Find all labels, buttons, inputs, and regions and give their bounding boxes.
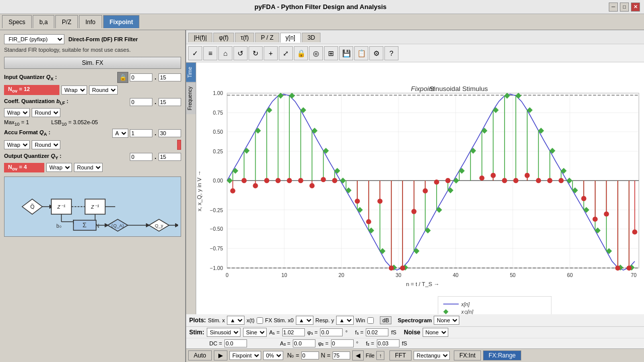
vertical-tabs: Time Frequency <box>186 62 196 314</box>
toolbar-save-btn[interactable]: 💾 <box>339 46 353 60</box>
input-q-overflow[interactable]: WrapSat <box>61 85 87 95</box>
svg-text:⟨Q_A⟩: ⟨Q_A⟩ <box>111 223 124 228</box>
toolbar-copy-btn[interactable]: 📋 <box>354 46 368 60</box>
svg-point-152 <box>276 178 281 183</box>
toolbar-settings-btn[interactable]: ⚙ <box>369 46 383 60</box>
plot-tab-phi[interactable]: φ(f) <box>213 33 234 42</box>
input-q-val2[interactable] <box>158 73 181 81</box>
plot-tab-hf[interactable]: |H(f)| <box>188 33 212 42</box>
coeff-q-overflow[interactable]: WrapSat <box>4 108 30 117</box>
fixpoint-select[interactable]: Fixpoint <box>229 351 261 360</box>
svg-point-144 <box>230 189 235 194</box>
phi2-input[interactable] <box>331 339 354 347</box>
svg-text:30: 30 <box>395 273 401 278</box>
tab-specs[interactable]: Specs <box>2 15 32 28</box>
input-q-round[interactable]: RoundFloor <box>89 85 118 95</box>
output-q-val2[interactable] <box>158 153 181 161</box>
db-button[interactable]: dB <box>380 316 391 324</box>
auto-button[interactable]: Auto <box>188 350 212 360</box>
phi1-input[interactable] <box>320 328 343 336</box>
f1-input[interactable] <box>366 328 388 336</box>
f2-input[interactable] <box>377 339 399 347</box>
fxint-button[interactable]: FX:Int <box>454 350 481 360</box>
coeff-q-val1[interactable] <box>130 98 152 106</box>
tab-info[interactable]: Info <box>79 15 102 28</box>
svg-text:z⁻¹: z⁻¹ <box>57 203 65 210</box>
fft-button[interactable]: FFT <box>389 350 412 360</box>
svg-point-156 <box>298 178 303 183</box>
pct-select[interactable]: 0% <box>263 351 283 360</box>
A1-input[interactable] <box>282 328 305 336</box>
maximize-button[interactable]: □ <box>620 3 629 12</box>
coeff-quantization-section: Coeff. Quantization bI,F : . WrapSat Rou… <box>4 98 181 127</box>
toolbar-help-btn[interactable]: ? <box>384 46 398 60</box>
coeff-max-label: Max10 = 1 <box>4 119 29 127</box>
output-q-val1[interactable] <box>130 153 152 161</box>
sim-fx-button[interactable]: Sim. FX <box>4 57 181 69</box>
accu-q-val1[interactable] <box>130 129 152 137</box>
fx-stim-select[interactable]: ▲ <box>296 316 313 325</box>
plot-tab-tau[interactable]: τ(f) <box>235 33 254 42</box>
svg-text:−0.75: −0.75 <box>210 246 223 251</box>
phi1-label: φ₁ = <box>307 329 318 336</box>
x-t-checkbox[interactable] <box>257 317 263 324</box>
close-button[interactable]: ✕ <box>631 3 640 12</box>
prev-button[interactable]: ◀ <box>352 350 364 360</box>
resp-y-select[interactable]: ▲ <box>336 316 354 325</box>
rectangu-select[interactable]: Rectangu <box>414 351 450 360</box>
N0-input[interactable] <box>301 351 319 359</box>
coeff-q-val2[interactable] <box>158 98 181 106</box>
toolbar-check-btn[interactable]: ✓ <box>188 46 202 60</box>
spectrogram-label: Spectrogram <box>397 317 432 323</box>
accu-q-val2[interactable] <box>158 129 181 137</box>
lock-icon[interactable]: 🔒 <box>117 72 128 83</box>
input-q-val1[interactable] <box>130 73 152 81</box>
plot-tab-pz[interactable]: P / Z <box>255 33 279 42</box>
DC-input[interactable] <box>224 339 247 347</box>
noise-select[interactable]: None <box>423 328 448 337</box>
tab-pz[interactable]: P/Z <box>55 15 78 28</box>
toolbar-zoom-in-btn[interactable]: + <box>264 46 278 60</box>
spectrogram-select[interactable]: None <box>434 316 459 325</box>
vtab-time[interactable]: Time <box>186 62 196 82</box>
minimize-button[interactable]: ─ <box>609 3 618 12</box>
N-input[interactable] <box>333 351 350 359</box>
accu-q-round[interactable]: RoundFloor <box>32 140 60 149</box>
plot-tab-yn[interactable]: y[n] <box>280 33 301 43</box>
fs1-label: fS <box>391 329 396 335</box>
coeff-q-round[interactable]: RoundFloor <box>32 108 60 117</box>
output-q-label: Output Quantizer QY : <box>4 153 61 160</box>
left-panel: FIR_DF (pyfixp) Direct-Form (DF) FIR Fil… <box>0 30 186 362</box>
stim-type1-select[interactable]: Sinusoid <box>207 328 240 337</box>
tab-fixpoint[interactable]: Fixpoint <box>103 15 140 28</box>
app-title: pyFDA - Python Filter Design and Analysi… <box>255 3 387 11</box>
vtab-frequency[interactable]: Frequency <box>186 82 196 114</box>
play-button[interactable]: ▶ <box>214 350 227 360</box>
toolbar-menu-btn[interactable]: ≡ <box>203 46 217 60</box>
toolbar-undo-btn[interactable]: ↺ <box>233 46 248 60</box>
stim-type2-select[interactable]: Sine <box>243 328 267 337</box>
A2-input[interactable] <box>293 339 315 347</box>
tab-ba[interactable]: b,a <box>33 15 54 28</box>
accu-q-overflow[interactable]: WrapSat <box>4 140 30 149</box>
toolbar-grid-btn[interactable]: ⊞ <box>324 46 338 60</box>
output-q-round[interactable]: RoundFloor <box>74 163 103 172</box>
toolbar-zoom-out-btn[interactable]: ⤢ <box>279 46 293 60</box>
svg-point-184 <box>491 173 496 178</box>
win-checkbox[interactable] <box>367 317 374 324</box>
filter-select[interactable]: FIR_DF (pyfixp) <box>4 34 64 44</box>
toolbar-lock-btn[interactable]: 🔒 <box>294 46 308 60</box>
svg-text:Sinusoidal Stimulus: Sinusoidal Stimulus <box>430 85 488 93</box>
svg-text:z⁻¹: z⁻¹ <box>91 203 99 210</box>
accu-format-select[interactable]: A <box>112 129 128 138</box>
output-q-overflow[interactable]: WrapSat <box>46 163 72 172</box>
toolbar-target-btn[interactable]: ◎ <box>309 46 323 60</box>
file-up-button[interactable]: ↑ <box>376 351 384 360</box>
svg-point-182 <box>479 175 485 180</box>
fxrange-button[interactable]: FX:Range <box>483 350 521 360</box>
stim-x-select[interactable]: ▲ <box>227 316 245 325</box>
plot-tab-3d[interactable]: 3D <box>302 33 320 42</box>
toolbar-redo-btn[interactable]: ↻ <box>249 46 263 60</box>
stim-row2: DC = A₂ = φ₂ = ° f₂ = fS <box>186 338 644 348</box>
toolbar-home-btn[interactable]: ⌂ <box>218 46 232 60</box>
